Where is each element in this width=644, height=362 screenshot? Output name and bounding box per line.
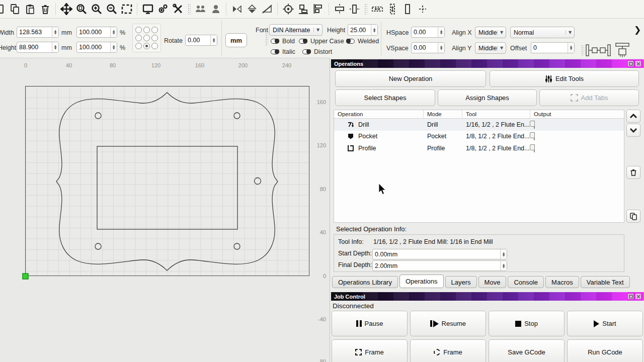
font-dropdown[interactable]: DIN Alternate▼ [269,24,323,36]
machine-tools-icon[interactable] [171,2,185,16]
close-panel-icon[interactable] [635,61,641,66]
select-shapes-button[interactable]: Select Shapes [335,89,435,106]
offset-input[interactable]: ▲▼ [531,42,575,53]
tab-console[interactable]: Console [508,276,544,288]
save-gcode-button[interactable]: Save GCode [489,339,565,362]
italic-toggle[interactable] [271,49,279,54]
move-operation-down-button[interactable] [626,124,640,137]
copy-icon[interactable] [8,2,22,16]
fit-screen-icon[interactable] [141,2,154,16]
resume-button[interactable]: Resume [410,311,486,336]
mouse-cursor [378,184,387,196]
tab-move[interactable]: Move [478,276,507,288]
operations-panel-header[interactable]: Operations [331,59,644,68]
stop-button[interactable]: Stop [489,311,565,336]
pocket-op-icon [347,133,354,140]
pan-icon[interactable] [59,2,73,16]
mirror-icon[interactable] [260,2,274,16]
resize-icon[interactable] [400,2,414,16]
frame-rect-icon [355,349,362,355]
vspace-input[interactable]: ▲▼ [411,42,445,53]
operations-panel-title: Operations [334,61,363,67]
output-toggle[interactable] [534,132,535,140]
ungroup-icon[interactable] [209,2,222,16]
origin-marker [23,274,28,279]
frame-rect-button[interactable]: Frame [332,339,408,362]
toolbar-expand-chevron[interactable]: ❯ [634,25,641,35]
operations-table[interactable]: Operation Mode Tool Output Drill Drill 1… [334,110,624,223]
delete-icon[interactable] [38,2,52,16]
align-left-icon[interactable] [311,2,325,16]
height-unit-label: mm [61,44,72,51]
origin-icon[interactable] [281,2,295,16]
welded-toggle[interactable] [346,39,355,44]
frame-circle-button[interactable]: Frame [410,339,486,362]
assign-shapes-button[interactable]: Assign Shapes [438,89,537,106]
table-row-drill[interactable]: Drill Drill 1/16, 1/2 , 2 Flute En... [334,119,624,131]
table-row-profile[interactable]: Profile Profile 1/8, 1/2 , 2 Flute End..… [334,142,624,154]
run-gcode-button[interactable]: Run GCode [567,339,643,362]
output-toggle[interactable] [534,144,535,152]
delete-operation-button[interactable] [626,166,640,179]
pause-button[interactable]: Pause [332,311,408,336]
distribute-width-icon[interactable] [370,2,384,16]
width-input[interactable]: ▲▼ [17,27,59,38]
table-row-pocket[interactable]: Pocket Pocket 1/8, 1/2 , 2 Flute End... [334,131,624,143]
rotate-input[interactable]: ▲▼ [185,35,217,46]
tab-operations[interactable]: Operations [399,275,444,288]
tab-variable-text[interactable]: Variable Text [581,276,630,288]
float-panel-icon[interactable] [628,294,633,299]
start-depth-input[interactable]: ▲▼ [372,249,507,259]
group-icon[interactable] [194,2,207,16]
uppercase-toggle[interactable] [299,39,307,44]
new-operation-button[interactable]: New Operation [335,70,486,87]
close-panel-icon[interactable] [635,294,641,299]
paste-icon[interactable] [23,2,37,16]
resume-icon [430,320,439,327]
flip-vertical-icon[interactable] [245,2,259,16]
tab-layers[interactable]: Layers [445,276,477,288]
tab-operations-library[interactable]: Operations Library [332,276,398,288]
final-depth-label: Final Depth: [338,261,372,268]
start-button[interactable]: Start [567,311,643,336]
design-canvas[interactable]: 0 40 80 120 160 200 240 160 120 80 40 0 … [0,58,330,362]
align-v-center-icon[interactable] [348,2,361,16]
bold-toggle[interactable] [271,39,279,44]
edit-tools-button[interactable]: Edit Tools [490,70,639,87]
zoom-in-icon[interactable] [90,2,103,16]
settings-icon[interactable] [156,2,170,16]
job-control-panel-header[interactable]: Job Control [331,292,644,301]
pocket-rectangle [97,146,237,229]
tool-down-icon[interactable] [615,42,630,59]
flip-horizontal-icon[interactable] [230,2,244,16]
units-button[interactable]: mm [225,33,247,47]
align-h-center-icon[interactable] [333,2,346,16]
bold-label: Bold [282,38,295,45]
distribute-height-icon[interactable] [385,2,399,16]
align-y-dropdown[interactable]: Middle▼ [475,42,506,54]
distort-toggle[interactable] [302,49,311,54]
zoom-out-icon[interactable] [105,2,118,16]
zoom-selection-icon[interactable] [120,2,133,16]
zoom-page-icon[interactable] [74,2,88,16]
chevron-down-icon: ▼ [497,30,506,35]
move-operation-up-button[interactable] [626,110,640,123]
font-height-input[interactable]: ▲▼ [348,24,378,36]
width-percent-input[interactable]: ▲▼ [76,27,117,38]
anchor-point-selector[interactable] [132,24,161,52]
float-panel-icon[interactable] [628,61,633,66]
text-mode-dropdown[interactable]: Normal▼ [510,27,575,38]
duplicate-operation-button[interactable] [626,210,640,223]
weld-spacing-icon[interactable] [585,43,611,58]
final-depth-input[interactable]: ▲▼ [372,260,507,271]
clipboard-icon[interactable] [0,2,7,16]
height-input[interactable]: ▲▼ [17,42,59,53]
output-toggle[interactable] [534,121,535,129]
align-x-dropdown[interactable]: Middle▼ [475,27,506,38]
add-tabs-button[interactable]: Add Tabs [539,89,639,106]
align-bottom-icon[interactable] [296,2,310,16]
hspace-input[interactable]: ▲▼ [411,27,445,38]
height-percent-input[interactable]: ▲▼ [76,42,117,53]
snap-grid-icon[interactable] [416,2,429,16]
tab-macros[interactable]: Macros [545,276,579,288]
